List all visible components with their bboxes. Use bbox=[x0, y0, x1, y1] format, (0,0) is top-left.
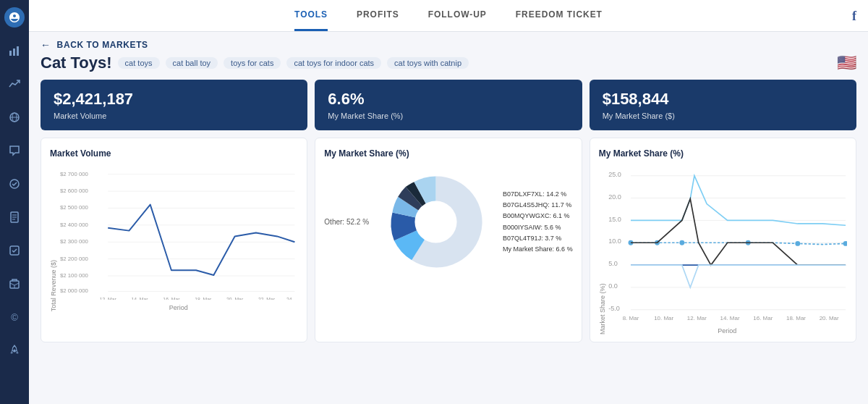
svg-text:10.0: 10.0 bbox=[608, 237, 621, 245]
svg-text:18. Mar: 18. Mar bbox=[195, 297, 212, 300]
sidebar-icon-document[interactable] bbox=[4, 207, 25, 227]
tag-cat-toys[interactable]: cat toys bbox=[118, 57, 160, 69]
legend-my-market-share: My Market Share: 6.6 % bbox=[503, 244, 573, 255]
sidebar-icon-checkbox[interactable] bbox=[4, 240, 25, 261]
title-row: Cat Toys! cat toys cat ball toy toys for… bbox=[41, 54, 856, 72]
svg-text:14. Mar: 14. Mar bbox=[132, 297, 149, 300]
svg-text:22. Mar: 22. Mar bbox=[258, 297, 276, 300]
svg-point-58 bbox=[843, 241, 847, 246]
svg-text:0.0: 0.0 bbox=[608, 282, 618, 290]
legend-b07ql4t91j: B07QL4T91J: 3.7 % bbox=[503, 233, 573, 244]
sidebar: © bbox=[0, 0, 29, 404]
metric-label-market-volume: Market Volume bbox=[54, 111, 294, 120]
svg-text:$2 000 000: $2 000 000 bbox=[60, 287, 89, 294]
svg-text:$2 600 000: $2 600 000 bbox=[60, 188, 89, 194]
svg-text:14. Mar: 14. Mar bbox=[720, 315, 739, 321]
svg-text:$2 300 000: $2 300 000 bbox=[60, 238, 89, 245]
svg-point-57 bbox=[795, 241, 800, 246]
metrics-row: $2,421,187 Market Volume 6.6% My Market … bbox=[41, 80, 856, 130]
svg-text:16. Mar: 16. Mar bbox=[163, 297, 180, 300]
svg-text:8. Mar: 8. Mar bbox=[622, 315, 639, 321]
tab-freedom-ticket[interactable]: FREEDOM TICKET bbox=[516, 0, 603, 31]
sidebar-icon-trending[interactable] bbox=[4, 74, 25, 94]
sidebar-icon-chart[interactable] bbox=[4, 41, 25, 61]
legend-b00mqywgxc: B00MQYWGXC: 6.1 % bbox=[503, 211, 573, 222]
facebook-icon[interactable]: f bbox=[852, 8, 856, 23]
svg-text:20.0: 20.0 bbox=[608, 193, 621, 201]
metric-value-market-volume: $2,421,187 bbox=[54, 90, 294, 109]
svg-text:$2 400 000: $2 400 000 bbox=[60, 222, 89, 228]
svg-point-55 bbox=[679, 240, 684, 245]
svg-text:25.0: 25.0 bbox=[608, 171, 621, 178]
country-flag-icon: 🇺🇸 bbox=[837, 54, 856, 72]
y-axis-label-multiline: Market Share (%) bbox=[599, 166, 606, 334]
tab-profits[interactable]: PROFITS bbox=[357, 0, 399, 31]
svg-text:$2 500 000: $2 500 000 bbox=[60, 204, 89, 211]
sidebar-icon-box[interactable] bbox=[4, 274, 25, 294]
nav-tabs: TOOLS PROFITS FOLLOW-UP FREEDOM TICKET bbox=[294, 0, 603, 31]
tab-follow-up[interactable]: FOLLOW-UP bbox=[428, 0, 487, 31]
sidebar-icon-chat[interactable] bbox=[4, 140, 25, 161]
sidebar-icon-check[interactable] bbox=[4, 174, 25, 194]
metric-card-market-share-dollar: $158,844 My Market Share ($) bbox=[590, 80, 856, 130]
x-axis-label-volume: Period bbox=[59, 304, 298, 311]
tab-tools[interactable]: TOOLS bbox=[294, 0, 328, 31]
svg-text:5.0: 5.0 bbox=[608, 260, 618, 267]
line-chart-svg-volume: $2 700 000 $2 600 000 $2 500 000 $2 400 … bbox=[59, 166, 298, 300]
metric-label-market-share-dollar: My Market Share ($) bbox=[603, 111, 843, 120]
y-axis-label-volume: Total Revenue ($) bbox=[50, 166, 57, 311]
content-area: ← BACK TO MARKETS Cat Toys! cat toys cat… bbox=[29, 32, 868, 404]
metric-value-market-share-dollar: $158,844 bbox=[603, 90, 843, 109]
back-arrow-icon: ← bbox=[41, 39, 51, 51]
chart-title-pie: My Market Share (%) bbox=[324, 148, 572, 159]
page-title: Cat Toys! bbox=[41, 54, 112, 72]
chart-title-market-volume: Market Volume bbox=[50, 148, 298, 159]
metric-card-market-volume: $2,421,187 Market Volume bbox=[41, 80, 307, 130]
chart-market-share-multiline: My Market Share (%) Market Share (%) 25.… bbox=[590, 138, 856, 342]
svg-rect-2 bbox=[17, 46, 19, 56]
sidebar-icon-globe[interactable] bbox=[4, 107, 25, 127]
svg-text:$2 200 000: $2 200 000 bbox=[60, 256, 89, 262]
svg-point-38 bbox=[415, 201, 457, 243]
sidebar-icon-rocket[interactable] bbox=[4, 340, 25, 361]
x-axis-label-multiline: Period bbox=[608, 327, 847, 334]
metric-label-market-share-pct: My Market Share (%) bbox=[328, 111, 569, 120]
chart-market-volume: Market Volume Total Revenue ($) $2 700 0… bbox=[41, 138, 307, 342]
svg-text:$2 100 000: $2 100 000 bbox=[60, 272, 89, 279]
tag-cat-toys-catnip[interactable]: cat toys with catnip bbox=[387, 57, 469, 69]
chart-inner-volume: Total Revenue ($) $2 700 000 $2 600 000 … bbox=[50, 166, 298, 311]
chart-market-share-pie: My Market Share (%) Other: 52.2 % bbox=[315, 138, 582, 342]
svg-text:-5.0: -5.0 bbox=[608, 305, 620, 312]
svg-rect-0 bbox=[9, 51, 12, 56]
svg-text:12. Mar: 12. Mar bbox=[687, 315, 707, 321]
svg-text:20. Mar: 20. Mar bbox=[819, 315, 838, 321]
multiline-chart-svg: 25.0 20.0 15.0 10.0 5.0 0.0 -5.0 bbox=[608, 166, 847, 323]
back-to-markets-link[interactable]: ← BACK TO MARKETS bbox=[41, 32, 856, 54]
tag-cat-toys-indoor[interactable]: cat toys for indoor cats bbox=[286, 57, 381, 69]
tag-toys-for-cats[interactable]: toys for cats bbox=[224, 57, 281, 69]
svg-text:18. Mar: 18. Mar bbox=[786, 315, 806, 321]
charts-row: Market Volume Total Revenue ($) $2 700 0… bbox=[41, 138, 856, 342]
metric-card-market-share-pct: 6.6% My Market Share (%) bbox=[315, 80, 582, 130]
legend-b07dlxf7xl: B07DLXF7XL: 14.2 % bbox=[503, 189, 573, 200]
svg-text:16. Mar: 16. Mar bbox=[753, 315, 773, 321]
sidebar-logo[interactable] bbox=[4, 7, 25, 28]
svg-text:24. ...: 24. ... bbox=[286, 297, 298, 300]
tag-cat-ball-toy[interactable]: cat ball toy bbox=[166, 57, 218, 69]
pie-chart-svg bbox=[380, 166, 492, 278]
top-navigation: TOOLS PROFITS FOLLOW-UP FREEDOM TICKET f bbox=[29, 0, 868, 32]
svg-text:20. Mar: 20. Mar bbox=[226, 297, 244, 300]
svg-text:15.0: 15.0 bbox=[608, 216, 621, 223]
svg-rect-1 bbox=[13, 49, 15, 56]
back-link-label: BACK TO MARKETS bbox=[57, 40, 148, 50]
svg-point-14 bbox=[14, 350, 16, 352]
main-content: TOOLS PROFITS FOLLOW-UP FREEDOM TICKET f… bbox=[29, 0, 868, 404]
sidebar-icon-copyright[interactable]: © bbox=[4, 307, 25, 327]
metric-value-market-share-pct: 6.6% bbox=[328, 90, 569, 109]
legend-b000iysaiw: B000IYSAIW: 5.6 % bbox=[503, 222, 573, 233]
svg-text:12. Mar: 12. Mar bbox=[100, 297, 117, 300]
chart-title-multiline: My Market Share (%) bbox=[599, 148, 847, 159]
svg-text:$2 700 000: $2 700 000 bbox=[60, 171, 89, 177]
chart-inner-multiline: Market Share (%) 25.0 20.0 15.0 10.0 5.0… bbox=[599, 166, 847, 334]
legend-b07gl4s5jhq: B07GL4S5JHQ: 11.7 % bbox=[503, 200, 573, 211]
